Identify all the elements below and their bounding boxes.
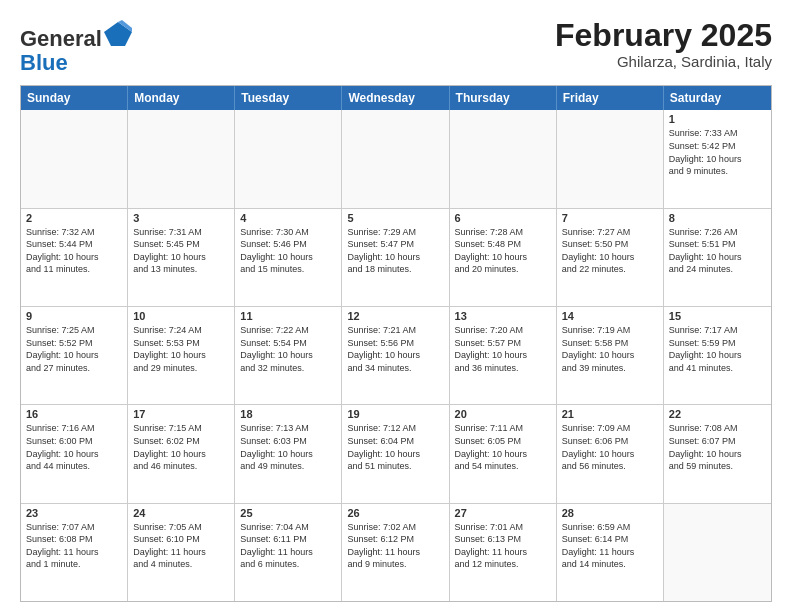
empty-cell (664, 504, 771, 601)
week-4: 16Sunrise: 7:16 AM Sunset: 6:00 PM Dayli… (21, 405, 771, 503)
day-cell-12: 12Sunrise: 7:21 AM Sunset: 5:56 PM Dayli… (342, 307, 449, 404)
day-cell-5: 5Sunrise: 7:29 AM Sunset: 5:47 PM Daylig… (342, 209, 449, 306)
day-info: Sunrise: 7:29 AM Sunset: 5:47 PM Dayligh… (347, 226, 443, 276)
day-cell-22: 22Sunrise: 7:08 AM Sunset: 6:07 PM Dayli… (664, 405, 771, 502)
day-info: Sunrise: 7:20 AM Sunset: 5:57 PM Dayligh… (455, 324, 551, 374)
empty-cell (342, 110, 449, 207)
day-info: Sunrise: 7:02 AM Sunset: 6:12 PM Dayligh… (347, 521, 443, 571)
day-number: 27 (455, 507, 551, 519)
header-day-friday: Friday (557, 86, 664, 110)
calendar-subtitle: Ghilarza, Sardinia, Italy (555, 53, 772, 70)
day-cell-20: 20Sunrise: 7:11 AM Sunset: 6:05 PM Dayli… (450, 405, 557, 502)
day-info: Sunrise: 7:31 AM Sunset: 5:45 PM Dayligh… (133, 226, 229, 276)
day-number: 20 (455, 408, 551, 420)
day-info: Sunrise: 7:13 AM Sunset: 6:03 PM Dayligh… (240, 422, 336, 472)
day-number: 22 (669, 408, 766, 420)
day-number: 13 (455, 310, 551, 322)
day-number: 4 (240, 212, 336, 224)
day-info: Sunrise: 7:12 AM Sunset: 6:04 PM Dayligh… (347, 422, 443, 472)
calendar-body: 1Sunrise: 7:33 AM Sunset: 5:42 PM Daylig… (21, 110, 771, 601)
day-info: Sunrise: 7:22 AM Sunset: 5:54 PM Dayligh… (240, 324, 336, 374)
day-info: Sunrise: 7:25 AM Sunset: 5:52 PM Dayligh… (26, 324, 122, 374)
day-info: Sunrise: 7:32 AM Sunset: 5:44 PM Dayligh… (26, 226, 122, 276)
day-info: Sunrise: 7:01 AM Sunset: 6:13 PM Dayligh… (455, 521, 551, 571)
day-number: 9 (26, 310, 122, 322)
day-info: Sunrise: 7:21 AM Sunset: 5:56 PM Dayligh… (347, 324, 443, 374)
logo-blue-text: Blue (20, 51, 132, 75)
day-cell-28: 28Sunrise: 6:59 AM Sunset: 6:14 PM Dayli… (557, 504, 664, 601)
day-cell-4: 4Sunrise: 7:30 AM Sunset: 5:46 PM Daylig… (235, 209, 342, 306)
logo: General Blue (20, 18, 132, 75)
week-5: 23Sunrise: 7:07 AM Sunset: 6:08 PM Dayli… (21, 504, 771, 601)
day-number: 15 (669, 310, 766, 322)
day-cell-13: 13Sunrise: 7:20 AM Sunset: 5:57 PM Dayli… (450, 307, 557, 404)
day-info: Sunrise: 7:33 AM Sunset: 5:42 PM Dayligh… (669, 127, 766, 177)
day-number: 17 (133, 408, 229, 420)
day-info: Sunrise: 7:27 AM Sunset: 5:50 PM Dayligh… (562, 226, 658, 276)
day-info: Sunrise: 7:07 AM Sunset: 6:08 PM Dayligh… (26, 521, 122, 571)
day-number: 10 (133, 310, 229, 322)
day-number: 7 (562, 212, 658, 224)
week-2: 2Sunrise: 7:32 AM Sunset: 5:44 PM Daylig… (21, 209, 771, 307)
header-day-thursday: Thursday (450, 86, 557, 110)
logo-icon (104, 18, 132, 46)
day-info: Sunrise: 7:28 AM Sunset: 5:48 PM Dayligh… (455, 226, 551, 276)
day-number: 11 (240, 310, 336, 322)
day-info: Sunrise: 7:30 AM Sunset: 5:46 PM Dayligh… (240, 226, 336, 276)
day-cell-19: 19Sunrise: 7:12 AM Sunset: 6:04 PM Dayli… (342, 405, 449, 502)
logo-general: General (20, 26, 102, 51)
day-cell-23: 23Sunrise: 7:07 AM Sunset: 6:08 PM Dayli… (21, 504, 128, 601)
day-number: 16 (26, 408, 122, 420)
day-info: Sunrise: 7:24 AM Sunset: 5:53 PM Dayligh… (133, 324, 229, 374)
calendar: SundayMondayTuesdayWednesdayThursdayFrid… (20, 85, 772, 602)
calendar-header-row: SundayMondayTuesdayWednesdayThursdayFrid… (21, 86, 771, 110)
day-number: 23 (26, 507, 122, 519)
day-cell-17: 17Sunrise: 7:15 AM Sunset: 6:02 PM Dayli… (128, 405, 235, 502)
day-cell-10: 10Sunrise: 7:24 AM Sunset: 5:53 PM Dayli… (128, 307, 235, 404)
day-number: 21 (562, 408, 658, 420)
day-cell-7: 7Sunrise: 7:27 AM Sunset: 5:50 PM Daylig… (557, 209, 664, 306)
day-number: 5 (347, 212, 443, 224)
week-1: 1Sunrise: 7:33 AM Sunset: 5:42 PM Daylig… (21, 110, 771, 208)
day-info: Sunrise: 7:09 AM Sunset: 6:06 PM Dayligh… (562, 422, 658, 472)
day-info: Sunrise: 7:19 AM Sunset: 5:58 PM Dayligh… (562, 324, 658, 374)
day-cell-6: 6Sunrise: 7:28 AM Sunset: 5:48 PM Daylig… (450, 209, 557, 306)
day-info: Sunrise: 7:11 AM Sunset: 6:05 PM Dayligh… (455, 422, 551, 472)
day-number: 28 (562, 507, 658, 519)
page: General Blue February 2025 Ghilarza, Sar… (0, 0, 792, 612)
header-day-monday: Monday (128, 86, 235, 110)
calendar-title: February 2025 (555, 18, 772, 53)
day-number: 12 (347, 310, 443, 322)
day-cell-18: 18Sunrise: 7:13 AM Sunset: 6:03 PM Dayli… (235, 405, 342, 502)
day-number: 2 (26, 212, 122, 224)
day-info: Sunrise: 7:08 AM Sunset: 6:07 PM Dayligh… (669, 422, 766, 472)
day-cell-27: 27Sunrise: 7:01 AM Sunset: 6:13 PM Dayli… (450, 504, 557, 601)
day-number: 1 (669, 113, 766, 125)
day-number: 18 (240, 408, 336, 420)
day-number: 14 (562, 310, 658, 322)
day-number: 8 (669, 212, 766, 224)
day-number: 3 (133, 212, 229, 224)
header-day-tuesday: Tuesday (235, 86, 342, 110)
day-cell-24: 24Sunrise: 7:05 AM Sunset: 6:10 PM Dayli… (128, 504, 235, 601)
day-number: 25 (240, 507, 336, 519)
header-day-saturday: Saturday (664, 86, 771, 110)
day-cell-2: 2Sunrise: 7:32 AM Sunset: 5:44 PM Daylig… (21, 209, 128, 306)
day-info: Sunrise: 7:26 AM Sunset: 5:51 PM Dayligh… (669, 226, 766, 276)
day-cell-16: 16Sunrise: 7:16 AM Sunset: 6:00 PM Dayli… (21, 405, 128, 502)
empty-cell (21, 110, 128, 207)
day-info: Sunrise: 7:04 AM Sunset: 6:11 PM Dayligh… (240, 521, 336, 571)
logo-text: General (20, 18, 132, 51)
day-cell-21: 21Sunrise: 7:09 AM Sunset: 6:06 PM Dayli… (557, 405, 664, 502)
day-info: Sunrise: 7:17 AM Sunset: 5:59 PM Dayligh… (669, 324, 766, 374)
day-number: 26 (347, 507, 443, 519)
day-cell-26: 26Sunrise: 7:02 AM Sunset: 6:12 PM Dayli… (342, 504, 449, 601)
day-cell-11: 11Sunrise: 7:22 AM Sunset: 5:54 PM Dayli… (235, 307, 342, 404)
header-day-wednesday: Wednesday (342, 86, 449, 110)
day-cell-9: 9Sunrise: 7:25 AM Sunset: 5:52 PM Daylig… (21, 307, 128, 404)
day-info: Sunrise: 6:59 AM Sunset: 6:14 PM Dayligh… (562, 521, 658, 571)
title-block: February 2025 Ghilarza, Sardinia, Italy (555, 18, 772, 70)
day-info: Sunrise: 7:16 AM Sunset: 6:00 PM Dayligh… (26, 422, 122, 472)
day-cell-25: 25Sunrise: 7:04 AM Sunset: 6:11 PM Dayli… (235, 504, 342, 601)
day-info: Sunrise: 7:05 AM Sunset: 6:10 PM Dayligh… (133, 521, 229, 571)
